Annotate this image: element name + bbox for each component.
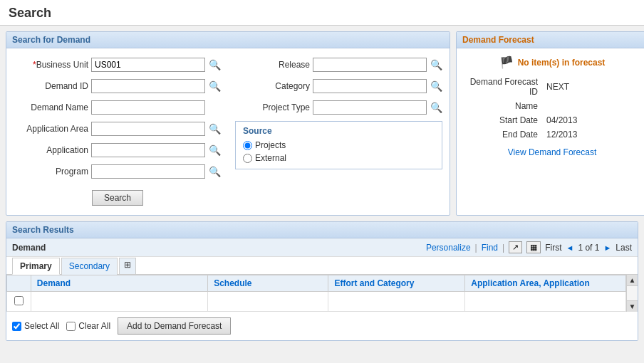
grid-icon-button[interactable]: ▦ (526, 241, 541, 253)
business-unit-lookup-icon[interactable]: 🔍 (208, 58, 221, 71)
demand-name-label: Demand Name (14, 102, 88, 112)
program-input[interactable] (91, 164, 205, 179)
clear-all-checkbox[interactable] (66, 322, 76, 331)
results-table: Demand Schedule Effort and Category Appl… (6, 275, 626, 312)
scroll-down-button[interactable]: ▼ (627, 300, 638, 312)
demand-forecast-panel: Demand Forecast 🏴 No item(s) in forecast… (456, 31, 644, 216)
application-lookup-icon[interactable]: 🔍 (208, 144, 221, 157)
col-header-checkbox (7, 275, 31, 292)
personalize-link[interactable]: Personalize (426, 243, 471, 253)
program-label: Program (14, 167, 88, 177)
project-type-input[interactable] (313, 100, 427, 115)
application-area-label: Application Area (14, 124, 88, 134)
search-button[interactable]: Search (92, 190, 143, 206)
select-all-text: Select All (24, 321, 59, 331)
search-results-panel: Search Results Demand Personalize | Find… (6, 221, 638, 341)
category-label: Category (235, 81, 310, 91)
source-title: Source (243, 126, 435, 136)
source-external-radio[interactable] (243, 154, 252, 163)
tabs-row: Primary Secondary ⊞ (6, 257, 638, 275)
no-items-text: No item(s) in forecast (518, 58, 606, 68)
tab-columns-icon[interactable]: ⊞ (119, 258, 136, 275)
forecast-table: Demand Forecast ID NEXT Name Start Date … (464, 75, 640, 142)
nav-page-text: 1 of 1 (578, 243, 599, 253)
col-header-application: Application Area, Application (465, 275, 626, 292)
table-row (7, 292, 626, 312)
demand-name-input[interactable] (91, 100, 205, 115)
release-input[interactable] (313, 58, 427, 72)
program-lookup-icon[interactable]: 🔍 (208, 165, 221, 178)
export-icon-button[interactable]: ↗ (509, 241, 522, 253)
row-demand-cell (31, 292, 207, 312)
application-area-lookup-icon[interactable]: 🔍 (208, 122, 221, 135)
forecast-id-value: NEXT (542, 75, 640, 99)
application-area-input[interactable] (91, 122, 205, 136)
row-application-cell (465, 292, 626, 312)
search-for-demand-panel: Search for Demand Business Unit 🔍 Deman (6, 31, 450, 216)
row-checkbox[interactable] (14, 296, 24, 305)
source-external-label: External (255, 153, 286, 163)
view-demand-forecast-link[interactable]: View Demand Forecast (508, 147, 597, 157)
nav-prev-arrow[interactable]: ◄ (566, 243, 574, 252)
source-projects-label: Projects (255, 140, 286, 150)
forecast-id-label: Demand Forecast ID (464, 75, 542, 99)
demand-toolbar-label: Demand (12, 243, 46, 253)
category-input[interactable] (313, 79, 427, 93)
col-header-schedule: Schedule (208, 275, 328, 292)
nav-first-text: First (545, 243, 561, 253)
forecast-end-date-label: End Date (464, 127, 542, 142)
scroll-up-button[interactable]: ▲ (627, 275, 638, 286)
row-checkbox-cell[interactable] (7, 292, 31, 312)
nav-last-text: Last (616, 243, 632, 253)
tab-secondary[interactable]: Secondary (61, 258, 118, 275)
source-projects-row: Projects (243, 139, 435, 152)
application-input[interactable] (91, 143, 205, 157)
col-header-demand: Demand (31, 275, 207, 292)
select-all-label: Select All (12, 321, 59, 331)
business-unit-label: Business Unit (14, 60, 88, 70)
forecast-end-date-value: 12/2013 (542, 127, 640, 142)
business-unit-input[interactable] (91, 58, 205, 72)
scroll-track (627, 286, 638, 300)
select-all-checkbox[interactable] (12, 322, 21, 331)
bottom-actions: Select All Clear All Add to Demand Forec… (6, 312, 638, 340)
category-lookup-icon[interactable]: 🔍 (430, 80, 442, 93)
project-type-label: Project Type (235, 102, 310, 112)
source-box: Source Projects External (235, 121, 442, 169)
clear-all-label: Clear All (66, 321, 110, 331)
results-toolbar: Demand Personalize | Find | ↗ ▦ First ◄ … (6, 238, 638, 257)
tab-primary[interactable]: Primary (12, 258, 60, 275)
release-label: Release (235, 60, 310, 70)
clear-all-text: Clear All (78, 321, 110, 331)
search-panel-header: Search for Demand (6, 32, 450, 48)
scroll-controls: ▲ ▼ (626, 275, 638, 312)
find-link[interactable]: Find (482, 243, 498, 253)
demand-id-label: Demand ID (14, 81, 88, 91)
forecast-panel-header: Demand Forecast (457, 32, 644, 48)
source-external-row: External (243, 152, 435, 164)
forecast-start-date-value: 04/2013 (542, 113, 640, 127)
demand-id-lookup-icon[interactable]: 🔍 (208, 80, 221, 93)
page-title: Search (0, 0, 644, 26)
row-effort-cell (328, 292, 465, 312)
add-to-forecast-button[interactable]: Add to Demand Forecast (118, 317, 231, 335)
forecast-name-value (542, 99, 640, 113)
forecast-start-date-label: Start Date (464, 113, 542, 127)
release-lookup-icon[interactable]: 🔍 (430, 58, 442, 71)
results-panel-header: Search Results (6, 222, 638, 238)
project-type-lookup-icon[interactable]: 🔍 (430, 101, 442, 114)
demand-id-input[interactable] (91, 79, 205, 93)
application-label: Application (14, 145, 88, 155)
forecast-name-label: Name (464, 99, 542, 113)
source-projects-radio[interactable] (243, 141, 252, 150)
nav-next-arrow[interactable]: ► (603, 243, 611, 252)
row-schedule-cell (208, 292, 328, 312)
col-header-effort: Effort and Category (328, 275, 465, 292)
flag-icon: 🏴 (499, 56, 514, 69)
